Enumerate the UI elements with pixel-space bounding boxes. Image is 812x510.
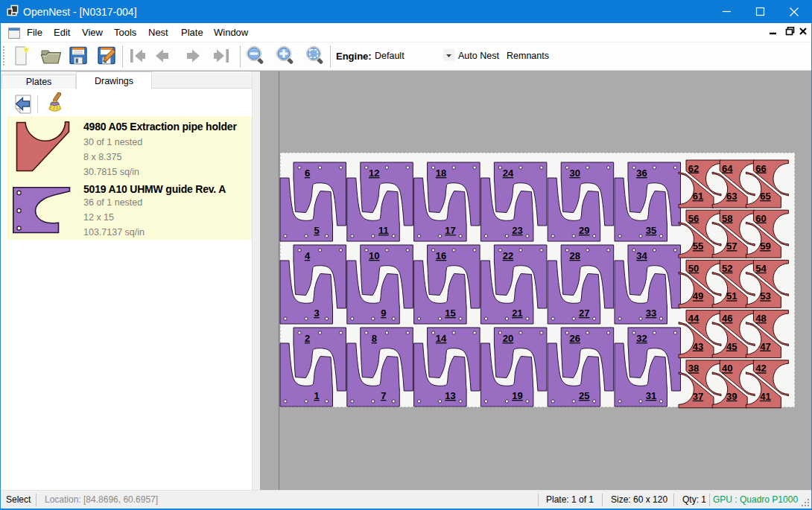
svg-text:33: 33	[646, 307, 656, 319]
svg-text:63: 63	[726, 191, 737, 202]
svg-text:32: 32	[636, 333, 647, 344]
svg-text:66: 66	[755, 163, 766, 174]
svg-text:20: 20	[503, 333, 513, 344]
svg-text:23: 23	[512, 225, 522, 236]
svg-text:37: 37	[693, 391, 703, 402]
svg-text:22: 22	[503, 250, 513, 261]
svg-text:12: 12	[369, 168, 379, 179]
svg-text:30: 30	[569, 168, 580, 179]
svg-text:59: 59	[760, 240, 770, 252]
svg-text:31: 31	[646, 390, 656, 401]
svg-text:15: 15	[445, 307, 455, 319]
svg-text:65: 65	[760, 191, 770, 202]
svg-text:34: 34	[636, 250, 647, 261]
svg-text:9: 9	[381, 307, 386, 319]
svg-text:45: 45	[726, 341, 737, 352]
svg-text:24: 24	[503, 168, 514, 179]
svg-text:27: 27	[579, 307, 589, 319]
svg-text:44: 44	[688, 313, 700, 324]
svg-text:28: 28	[569, 250, 580, 261]
svg-text:1: 1	[314, 390, 319, 401]
svg-text:49: 49	[693, 290, 703, 302]
svg-text:29: 29	[579, 225, 589, 236]
svg-text:18: 18	[436, 168, 446, 179]
svg-text:25: 25	[579, 390, 589, 401]
svg-text:40: 40	[722, 363, 732, 374]
svg-text:16: 16	[436, 250, 446, 261]
svg-text:48: 48	[755, 313, 766, 324]
svg-text:2: 2	[305, 333, 310, 344]
svg-text:38: 38	[688, 363, 699, 374]
svg-text:21: 21	[512, 307, 522, 319]
svg-text:64: 64	[722, 163, 733, 174]
svg-text:19: 19	[512, 390, 522, 401]
svg-text:56: 56	[688, 213, 699, 224]
svg-text:35: 35	[646, 225, 656, 236]
svg-text:43: 43	[693, 341, 703, 352]
svg-text:39: 39	[726, 391, 737, 402]
svg-text:8: 8	[372, 333, 377, 344]
svg-text:36: 36	[636, 168, 647, 179]
svg-text:14: 14	[436, 333, 447, 344]
svg-text:11: 11	[378, 225, 389, 236]
svg-text:58: 58	[722, 213, 732, 224]
svg-text:26: 26	[569, 333, 580, 344]
svg-text:13: 13	[445, 390, 455, 401]
svg-text:46: 46	[722, 313, 732, 324]
svg-text:41: 41	[760, 391, 770, 402]
svg-text:57: 57	[726, 240, 737, 252]
svg-text:60: 60	[755, 213, 766, 224]
svg-text:6: 6	[305, 168, 310, 179]
svg-text:50: 50	[688, 263, 699, 274]
svg-text:47: 47	[760, 341, 770, 352]
svg-text:4: 4	[305, 250, 311, 261]
svg-text:53: 53	[760, 290, 770, 302]
svg-text:54: 54	[755, 263, 767, 274]
svg-text:3: 3	[314, 307, 319, 319]
svg-text:42: 42	[755, 363, 766, 374]
svg-text:17: 17	[445, 225, 455, 236]
svg-text:55: 55	[693, 240, 703, 252]
svg-text:5: 5	[314, 225, 319, 236]
svg-text:61: 61	[693, 191, 703, 202]
svg-text:62: 62	[688, 163, 699, 174]
svg-text:10: 10	[369, 250, 379, 261]
svg-text:7: 7	[381, 390, 386, 401]
svg-text:52: 52	[722, 263, 732, 274]
svg-text:51: 51	[726, 290, 737, 302]
